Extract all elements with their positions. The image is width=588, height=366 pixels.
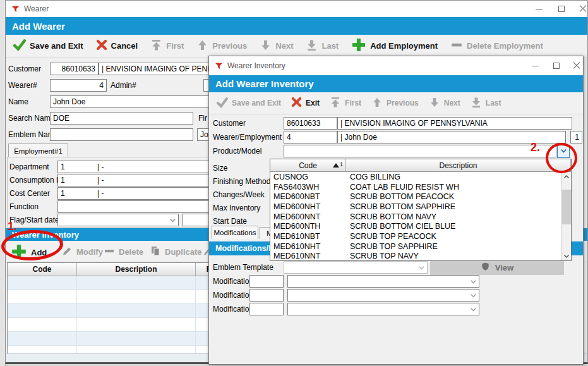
view-button[interactable]: View: [430, 260, 564, 275]
cost-center-field[interactable]: 1 | -: [57, 187, 214, 200]
chevron-down-icon: [469, 278, 477, 288]
duplicate-inventory-button[interactable]: Duplicate: [150, 245, 202, 259]
save-and-exit-button[interactable]: Save and Exit: [217, 97, 281, 110]
column-header-description[interactable]: Description: [77, 263, 196, 276]
arrow-up-bar-icon: [150, 39, 162, 53]
wearer-inventory-window: Wearer Inventory Add Wearer Inventory Sa…: [208, 56, 584, 365]
modification1-dropdown[interactable]: [287, 275, 479, 288]
next-button[interactable]: Next: [429, 97, 460, 110]
product-list-item[interactable]: MED610NNTSCRUB TOP NAVY: [270, 252, 571, 262]
employment-tab[interactable]: Employment#1: [8, 143, 68, 157]
maximize-button[interactable]: [551, 1, 572, 17]
minimize-button[interactable]: [529, 1, 549, 17]
add-employment-button[interactable]: Add Employment: [351, 37, 438, 54]
first-button[interactable]: First: [330, 97, 361, 110]
wearer-number-field[interactable]: 4: [50, 79, 107, 92]
next-button[interactable]: Next: [260, 39, 293, 53]
arrow-up-icon: [196, 39, 208, 53]
modification3-dropdown[interactable]: [287, 303, 479, 315]
wearer-code-field[interactable]: 4: [284, 131, 337, 143]
product-list-item[interactable]: CUSNOGCOG BILLING: [270, 172, 571, 182]
scrollbar-thumb[interactable]: [562, 190, 571, 224]
previous-button[interactable]: Previous: [371, 97, 419, 110]
product-column-description[interactable]: Description: [346, 159, 571, 171]
first-name-label-fragment: Fir: [198, 114, 207, 123]
name-label: Name: [8, 97, 28, 106]
delete-employment-button[interactable]: Delete Employment: [450, 39, 543, 53]
consumption-point-field[interactable]: 1 | -: [57, 174, 214, 186]
department-label: Department: [9, 162, 49, 171]
pages-icon: [150, 245, 161, 259]
emblem-name-field[interactable]: [50, 128, 193, 141]
scroll-down-icon[interactable]: [562, 251, 571, 260]
maximize-button[interactable]: [546, 56, 567, 75]
scroll-up-icon[interactable]: [562, 172, 571, 181]
customer-label: Customer: [213, 119, 246, 128]
product-list-item[interactable]: MED600NNTSCRUB BOTTOM NAVY: [270, 212, 571, 222]
product-dropdown-list: Code 1 Description CUSNOGCOG BILLING FAS…: [270, 159, 572, 261]
modification3-code-field[interactable]: [249, 303, 284, 315]
previous-button[interactable]: Previous: [196, 39, 247, 53]
customer-code-field[interactable]: 86010633: [284, 117, 337, 130]
x-icon: [96, 39, 107, 52]
app-icon: [11, 4, 20, 14]
sort-ascending-icon: 1: [333, 162, 343, 168]
minimize-button[interactable]: [525, 56, 545, 75]
changes-week-label: Changes/Week: [213, 190, 265, 199]
start-date-label: Start Date: [213, 217, 247, 226]
product-list-item[interactable]: MED600NBTSCRUB BOTTOM PEACOCK: [270, 192, 571, 202]
product-list-item[interactable]: MED600NTHSCRUB BOTTOM CIEL BLUE: [270, 221, 571, 231]
arrow-down-icon: [260, 39, 272, 53]
emblem-template-dropdown[interactable]: [284, 261, 428, 274]
delete-inventory-button[interactable]: Delete: [104, 245, 143, 259]
admin-number-label: Admin#: [111, 81, 136, 90]
search-name-label: Search Name: [8, 114, 54, 123]
save-and-exit-button[interactable]: Save and Exit: [13, 39, 83, 53]
emblem-template-label: Emblem Template: [213, 263, 273, 272]
wearer-titlebar: Wearer: [6, 1, 587, 17]
close-button[interactable]: [573, 1, 588, 17]
flag-dropdown[interactable]: [57, 214, 179, 226]
first-button[interactable]: First: [150, 39, 184, 53]
arrow-down-icon: [429, 97, 440, 110]
cancel-button[interactable]: Cancel: [96, 39, 138, 52]
window-title: Wearer: [24, 4, 49, 13]
chevron-down-icon: [469, 291, 477, 302]
employment-count-field[interactable]: 1: [570, 131, 582, 143]
product-list-item[interactable]: FAS6403WHCOAT LAB FLUID RESIST WH: [270, 182, 571, 192]
customer-name-field[interactable]: | ENVISION IMAGING OF PENNSYLVANIA: [337, 117, 572, 130]
step2-circle-annotation: [546, 143, 577, 173]
modification2-code-field[interactable]: [249, 289, 284, 302]
exit-button[interactable]: Exit: [291, 97, 320, 109]
product-list-item[interactable]: MED610NHTSCRUB TOP SAPPHIRE: [270, 241, 571, 252]
close-button[interactable]: [567, 56, 587, 75]
customer-code-field[interactable]: 86010633: [50, 63, 99, 75]
modification2-dropdown[interactable]: [287, 289, 479, 302]
chevron-down-icon: [169, 216, 177, 226]
department-field[interactable]: 1 | -: [57, 161, 214, 173]
product-column-code[interactable]: Code 1: [270, 159, 346, 171]
tab-modifications[interactable]: Modifications: [212, 226, 258, 239]
modify-inventory-button[interactable]: Modify: [61, 245, 103, 259]
product-list-scrollbar[interactable]: [561, 172, 571, 260]
size-label: Size: [213, 164, 227, 173]
screen: Wearer Add Wearer Save and Exit Cancel F…: [0, 0, 588, 366]
max-inventory-label: Max Inventory: [213, 204, 260, 212]
function-field[interactable]: [57, 200, 214, 213]
column-header-code[interactable]: Code: [8, 263, 77, 276]
plus-icon: [351, 37, 366, 54]
wearer-toolbar: Save and Exit Cancel First Previous Next…: [6, 35, 587, 58]
product-model-field[interactable]: [284, 145, 556, 157]
last-button[interactable]: Last: [471, 97, 501, 110]
inventory-form: Customer 86010633 | ENVISION IMAGING OF …: [209, 114, 583, 364]
search-name-field[interactable]: DOE: [50, 112, 193, 125]
last-button[interactable]: Last: [306, 39, 339, 53]
check-icon: [13, 39, 26, 53]
product-list-item[interactable]: MED610NBTSCRUB TOP PEACOCK: [270, 231, 571, 241]
product-list-item[interactable]: MED600NHTSCRUB BOTTOM SAPPHIRE: [270, 202, 571, 212]
product-model-label: Product/Model: [213, 147, 261, 156]
x-icon: [291, 97, 302, 109]
add-wearer-header: Add Wearer: [6, 17, 587, 35]
modification1-code-field[interactable]: [249, 275, 284, 288]
finishing-method-label: Finishing Method: [213, 177, 270, 186]
